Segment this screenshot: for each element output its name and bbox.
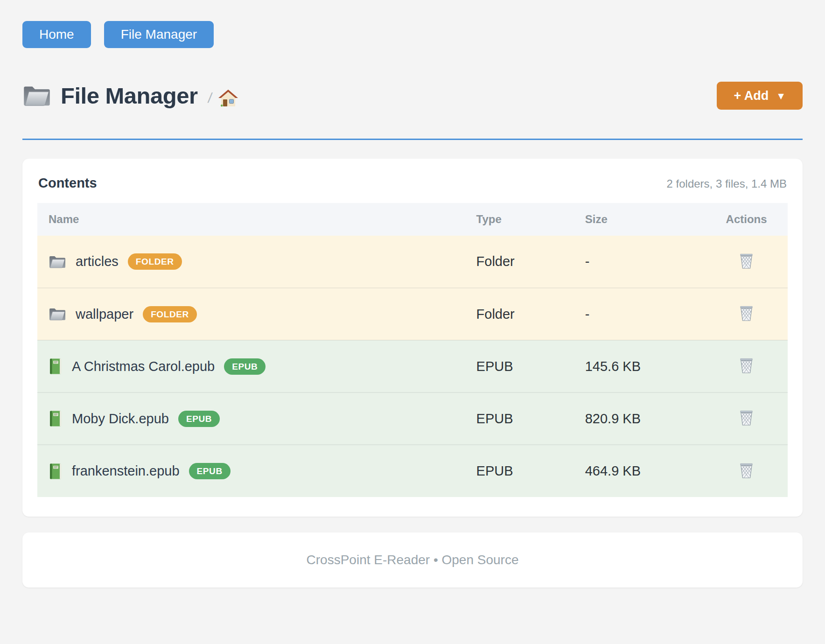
top-nav: Home File Manager [22, 21, 803, 48]
item-name[interactable]: Moby Dick.epub [72, 411, 169, 427]
item-type: Folder [465, 288, 574, 340]
table-row[interactable]: wallpaper FOLDER Folder - [37, 288, 788, 340]
folder-icon [49, 255, 66, 269]
table-row[interactable]: articles FOLDER Folder - [37, 236, 788, 288]
item-name[interactable]: A Christmas Carol.epub [72, 359, 215, 374]
page-title: File Manager [61, 83, 198, 109]
column-header-size: Size [574, 203, 705, 236]
contents-table: Name Type Size Actions articles FOLDER F… [37, 203, 788, 497]
contents-card-header: Contents 2 folders, 3 files, 1.4 MB [37, 175, 788, 191]
item-badge: EPUB [189, 463, 231, 479]
green-book-icon [49, 463, 63, 480]
trash-icon [739, 357, 754, 374]
contents-card: Contents 2 folders, 3 files, 1.4 MB Name… [22, 159, 803, 517]
column-header-name: Name [37, 203, 465, 236]
home-button[interactable]: Home [22, 21, 91, 48]
item-size: - [574, 236, 705, 288]
delete-button[interactable] [737, 407, 756, 428]
green-book-icon [49, 358, 63, 375]
item-size: 820.9 KB [574, 392, 705, 445]
title-group: File Manager / [22, 83, 238, 109]
breadcrumb-separator: / [207, 90, 213, 106]
item-type: Folder [465, 236, 574, 288]
contents-summary: 2 folders, 3 files, 1.4 MB [667, 177, 787, 190]
delete-button[interactable] [737, 303, 756, 324]
table-header-row: Name Type Size Actions [37, 203, 788, 236]
delete-button[interactable] [737, 355, 756, 376]
delete-button[interactable] [737, 251, 756, 272]
item-type: EPUB [465, 392, 574, 445]
contents-table-body: articles FOLDER Folder - wallpaper FOLDE… [37, 236, 788, 497]
item-name[interactable]: wallpaper [76, 307, 133, 322]
item-name[interactable]: articles [76, 254, 119, 269]
item-size: 464.9 KB [574, 445, 705, 497]
column-header-type: Type [465, 203, 574, 236]
header-divider [22, 139, 803, 140]
item-size: 145.6 KB [574, 340, 705, 392]
footer-text: CrossPoint E-Reader • Open Source [307, 553, 519, 567]
trash-icon [739, 252, 754, 270]
item-badge: FOLDER [143, 306, 197, 322]
trash-icon [739, 462, 754, 479]
item-size: - [574, 288, 705, 340]
item-type: EPUB [465, 340, 574, 392]
folder-icon [22, 84, 51, 108]
folder-icon [49, 307, 66, 321]
page-header: File Manager / + Add ▼ [22, 82, 803, 110]
item-name[interactable]: frankenstein.epub [72, 463, 180, 479]
contents-heading: Contents [38, 175, 97, 191]
item-badge: EPUB [178, 411, 220, 427]
add-button[interactable]: + Add ▼ [717, 82, 803, 110]
item-badge: FOLDER [128, 253, 182, 270]
file-manager-button[interactable]: File Manager [104, 21, 214, 48]
home-icon [218, 89, 238, 108]
column-header-actions: Actions [705, 203, 788, 236]
item-type: EPUB [465, 445, 574, 497]
trash-icon [739, 305, 754, 322]
chevron-down-icon: ▼ [776, 91, 786, 101]
item-badge: EPUB [224, 358, 266, 375]
table-row[interactable]: frankenstein.epub EPUB EPUB 464.9 KB [37, 445, 788, 497]
footer-card: CrossPoint E-Reader • Open Source [22, 532, 803, 588]
breadcrumb-home-link[interactable] [218, 89, 238, 108]
green-book-icon [49, 410, 63, 427]
delete-button[interactable] [737, 460, 756, 481]
trash-icon [739, 409, 754, 427]
table-row[interactable]: A Christmas Carol.epub EPUB EPUB 145.6 K… [37, 340, 788, 392]
table-row[interactable]: Moby Dick.epub EPUB EPUB 820.9 KB [37, 392, 788, 445]
page: Home File Manager File Manager / + Add ▼… [0, 0, 825, 644]
add-button-label: + Add [734, 89, 769, 103]
